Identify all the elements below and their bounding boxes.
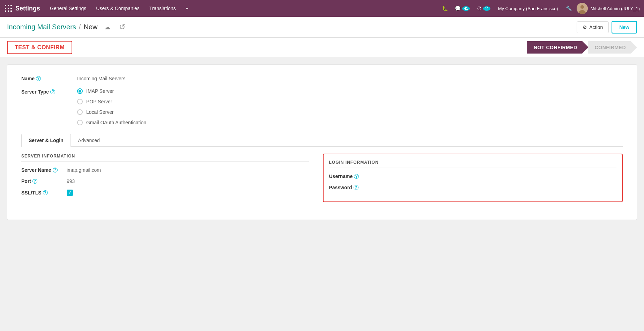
breadcrumb-current: New <box>83 23 97 31</box>
svg-rect-0 <box>5 5 6 6</box>
status-steps: NOT CONFIRMED CONFIRMED <box>527 41 637 54</box>
wrench-icon-btn[interactable]: 🔧 <box>564 4 574 13</box>
name-field-row: Name ? Incoming Mail Servers <box>21 75 623 81</box>
radio-imap-circle <box>77 88 83 94</box>
breadcrumb: Incoming Mail Servers / New ☁ ↺ <box>7 21 127 33</box>
ssl-row: SSL/TLS ? <box>21 190 309 196</box>
radio-local-label: Local Server <box>86 109 114 115</box>
wrench-icon: 🔧 <box>566 6 572 11</box>
login-info-section: LOGIN INFORMATION Username ? Password ? <box>323 154 623 202</box>
brand-logo[interactable]: Settings <box>4 4 40 13</box>
tabs-row: Server & Login Advanced <box>21 134 623 147</box>
action-button[interactable]: ⚙ Action <box>577 21 609 33</box>
server-type-field-row: Server Type ? IMAP Server POP Server Loc… <box>21 88 623 125</box>
breadcrumb-bar: Incoming Mail Servers / New ☁ ↺ ⚙ Action… <box>0 17 644 38</box>
grid-icon <box>4 4 13 13</box>
bug-icon-btn[interactable]: 🐛 <box>440 4 450 13</box>
svg-rect-3 <box>5 8 6 9</box>
port-row: Port ? 993 <box>21 178 309 184</box>
top-navigation: Settings General Settings Users & Compan… <box>0 0 644 17</box>
clock-badge: 44 <box>483 6 490 11</box>
nav-general-settings[interactable]: General Settings <box>46 0 90 17</box>
bug-icon: 🐛 <box>442 6 448 11</box>
port-label: Port ? <box>21 178 67 184</box>
radio-gmail[interactable]: Gmail OAuth Authentication <box>77 120 146 125</box>
name-value[interactable]: Incoming Mail Servers <box>77 75 126 81</box>
radio-pop-circle <box>77 99 83 104</box>
radio-imap[interactable]: IMAP Server <box>77 88 146 94</box>
company-name[interactable]: My Company (San Francisco) <box>495 6 561 11</box>
test-confirm-button[interactable]: TEST & CONFIRM <box>7 41 72 54</box>
clock-icon-btn[interactable]: ⏱ 44 <box>475 4 493 13</box>
username-label: Username ? <box>329 174 375 179</box>
radio-pop[interactable]: POP Server <box>77 99 146 104</box>
ssl-checkbox[interactable] <box>67 190 73 196</box>
password-help-icon[interactable]: ? <box>354 185 358 190</box>
login-section-title: LOGIN INFORMATION <box>329 160 617 168</box>
server-name-help-icon[interactable]: ? <box>53 168 58 172</box>
action-label: Action <box>589 24 603 30</box>
brand-name: Settings <box>15 5 40 12</box>
password-label: Password ? <box>329 185 375 190</box>
clock-icon: ⏱ <box>477 6 482 11</box>
breadcrumb-separator: / <box>79 23 81 31</box>
user-name[interactable]: Mitchell Admin (JULY_1) <box>591 6 640 11</box>
status-step-not-confirmed[interactable]: NOT CONFIRMED <box>527 41 589 54</box>
svg-point-10 <box>580 5 584 9</box>
radio-local-circle <box>77 109 83 115</box>
undo-icon[interactable]: ↺ <box>118 21 127 33</box>
username-help-icon[interactable]: ? <box>354 174 359 179</box>
svg-rect-7 <box>8 10 9 12</box>
status-bar: TEST & CONFIRM NOT CONFIRMED CONFIRMED <box>0 38 644 57</box>
port-help-icon[interactable]: ? <box>32 179 37 184</box>
name-help-icon[interactable]: ? <box>36 76 41 81</box>
name-label: Name ? <box>21 75 77 81</box>
form-card: Name ? Incoming Mail Servers Server Type… <box>7 64 637 220</box>
breadcrumb-parent[interactable]: Incoming Mail Servers <box>7 23 76 31</box>
server-name-row: Server Name ? imap.gmail.com <box>21 167 309 173</box>
radio-pop-label: POP Server <box>86 99 112 104</box>
cloud-save-icon[interactable]: ☁ <box>103 22 112 32</box>
svg-rect-6 <box>5 10 6 12</box>
tab-advanced[interactable]: Advanced <box>71 134 107 147</box>
server-info-section: SERVER INFORMATION Server Name ? imap.gm… <box>21 154 309 202</box>
password-row: Password ? <box>329 185 617 190</box>
username-row: Username ? <box>329 174 617 179</box>
nav-plus[interactable]: + <box>182 0 193 17</box>
svg-rect-1 <box>8 5 9 6</box>
new-button[interactable]: New <box>612 21 637 34</box>
topnav-icons: 🐛 💬 41 ⏱ 44 My Company (San Francisco) 🔧… <box>440 3 640 14</box>
status-step-confirmed[interactable]: CONFIRMED <box>588 41 637 54</box>
radio-gmail-circle <box>77 120 83 125</box>
avatar[interactable] <box>577 3 588 14</box>
tab-server-login[interactable]: Server & Login <box>21 134 71 147</box>
server-type-help-icon[interactable]: ? <box>50 89 55 94</box>
nav-translations[interactable]: Translations <box>145 0 180 17</box>
avatar-image <box>577 3 588 14</box>
svg-rect-2 <box>10 5 12 6</box>
server-name-label: Server Name ? <box>21 167 67 173</box>
svg-rect-4 <box>8 8 9 9</box>
two-col-layout: SERVER INFORMATION Server Name ? imap.gm… <box>21 154 623 202</box>
radio-local[interactable]: Local Server <box>77 109 146 115</box>
server-section-title: SERVER INFORMATION <box>21 154 309 162</box>
svg-rect-5 <box>10 8 12 9</box>
svg-rect-8 <box>10 10 12 12</box>
gear-icon: ⚙ <box>583 24 587 30</box>
radio-gmail-label: Gmail OAuth Authentication <box>86 120 146 125</box>
server-type-label: Server Type ? <box>21 88 77 95</box>
chat-badge: 41 <box>462 6 469 11</box>
ssl-label: SSL/TLS ? <box>21 190 67 196</box>
tab-content: SERVER INFORMATION Server Name ? imap.gm… <box>21 147 623 209</box>
ssl-help-icon[interactable]: ? <box>43 190 48 195</box>
port-value[interactable]: 993 <box>67 178 75 184</box>
server-type-radio-group: IMAP Server POP Server Local Server Gmai… <box>77 88 146 125</box>
radio-imap-label: IMAP Server <box>86 88 114 94</box>
server-name-value[interactable]: imap.gmail.com <box>67 167 101 173</box>
main-content: Name ? Incoming Mail Servers Server Type… <box>0 57 644 331</box>
chat-icon-btn[interactable]: 💬 41 <box>453 4 472 13</box>
nav-users-companies[interactable]: Users & Companies <box>92 0 144 17</box>
chat-icon: 💬 <box>455 6 461 11</box>
